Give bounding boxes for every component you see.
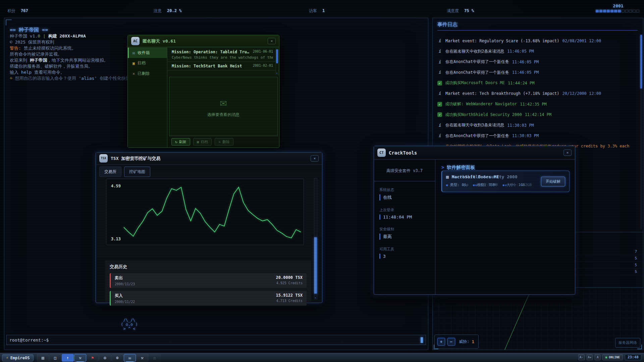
trade-amount: 15.9122 TSX: [276, 293, 303, 298]
price-chart: 4.59 3.13: [106, 179, 304, 245]
progress-square: [614, 10, 617, 12]
cracktools-stat: 系统状态 在线: [374, 187, 435, 200]
chat-toolbar-button[interactable]: ↻ 刷新: [171, 138, 190, 145]
chat-folder-item[interactable]: ✉ 收件箱: [128, 48, 167, 58]
empireos-start-button[interactable]: ⚡ EmpireOS: [2, 354, 34, 361]
tsx-window-title: TSX 加密货币挖矿与交易: [111, 156, 160, 162]
progress-square: [622, 10, 625, 12]
stat-label: 系统状态: [379, 187, 435, 192]
trade-date: 2000/11/23: [115, 282, 303, 286]
stat-label: 可用工具: [379, 247, 435, 252]
chat-toolbar-button[interactable]: × 删除: [215, 138, 233, 145]
online-dot-icon: [605, 357, 607, 358]
zoom-out-button[interactable]: −: [447, 338, 455, 346]
hud-stat-visitors: 访客1: [309, 8, 325, 14]
chat-toolbar-button[interactable]: ▣ 归档: [193, 138, 212, 145]
side-stat-value: 5: [635, 256, 637, 260]
scrollbar-thumb[interactable]: [314, 237, 317, 294]
stat-value: 最高: [379, 234, 435, 240]
stat-value: 3: [379, 254, 435, 259]
crack-target-card: ▥ Macrosoft Doors ME ●类型: OS ●难度: 简单 ●大小…: [441, 171, 570, 192]
taskbar-app-button[interactable]: ⚒: [136, 354, 148, 362]
tsx-tab[interactable]: 挖矿地图: [124, 167, 150, 177]
side-stat-value: 5: [635, 263, 637, 267]
app-glyph: ⚙: [104, 355, 106, 360]
close-icon[interactable]: ×: [564, 149, 572, 156]
close-icon[interactable]: ×: [311, 155, 319, 162]
cat-ascii-art: /\_/\ ( o.o ) > ^ <: [118, 318, 138, 331]
select-message-hint: 选择要查看的消息: [207, 112, 239, 118]
trade-history-row[interactable]: 卖出 2000/11/23 20.0000 TSX 4.925 Credits: [110, 273, 307, 288]
anon-chat-window: AC 匿名聊天 v0.61 × ✉ 收件箱 ▣ 归档 × 已删除: [127, 35, 279, 148]
scrollbar-thumb[interactable]: [640, 35, 642, 88]
chat-folder-item[interactable]: × 已删除: [128, 68, 167, 79]
toolbar-button-icon: ▣: [197, 140, 199, 144]
tsx-tab[interactable]: 交易所: [99, 167, 121, 177]
progress-square: [629, 10, 632, 12]
taskbar-app-button[interactable]: ▤: [37, 354, 49, 362]
cracktools-titlebar[interactable]: CT CrackTools ×: [374, 146, 575, 160]
event-time: 11:42:35 PM: [520, 102, 546, 107]
mission-mail-row[interactable]: Mission: TechStart Bank Heist 2001-02-01: [168, 62, 279, 70]
close-icon[interactable]: ×: [268, 38, 276, 44]
tsx-scrollbar[interactable]: ▾: [314, 178, 317, 299]
event-icon: i: [437, 133, 442, 138]
folder-icon: ▣: [132, 61, 135, 66]
folder-icon: ×: [132, 71, 135, 76]
event-log-entry: i Market event: Tech Breakthrough (+7.18…: [437, 88, 636, 99]
taskbar-app-button[interactable]: ⊕: [111, 354, 123, 362]
taskbar-app-button[interactable]: ◫: [49, 354, 61, 362]
crack-panel-title: >软件解密面板: [441, 165, 575, 171]
event-text: Market event: Regulatory Scare (-13.68% …: [445, 39, 559, 43]
font-smaller-button[interactable]: A-: [578, 354, 585, 360]
scroll-down-icon[interactable]: ▾: [276, 72, 278, 75]
start-crack-button[interactable]: 开始破解: [541, 177, 565, 186]
event-log-entry: i 你在AnonChat中获得了一个新任务 11:46:05 PM: [437, 67, 636, 78]
event-log-scrollbar[interactable]: [640, 35, 642, 229]
hud-stat-attention: 注意20.2 %: [154, 8, 181, 14]
taskbar-app-button[interactable]: ⚖: [149, 354, 161, 362]
hud-stat-satisfaction: 满意度75 %: [447, 8, 474, 14]
taskbar-app-button[interactable]: ↑: [62, 354, 74, 362]
progress-square: [596, 10, 599, 12]
progress-square: [610, 10, 613, 12]
event-log-entry: ✔ 成功购买NorthShield Security 2000 11:42:14…: [437, 110, 636, 120]
taskbar-app-button[interactable]: ⚑: [87, 354, 99, 362]
taskbar-app-button[interactable]: ⚙: [99, 354, 111, 362]
trade-type: 买入: [115, 293, 303, 299]
mail-list-scrollbar[interactable]: ▾: [276, 49, 278, 75]
message-view-empty: ✉ 选择要查看的消息: [169, 77, 278, 136]
event-time: 11:30:03 PM: [512, 133, 539, 138]
tsx-titlebar[interactable]: TSX TSX 加密货币挖矿与交易 ×: [96, 153, 322, 165]
progress-square: [607, 10, 610, 12]
event-text: 你在AnonChat中获得了一个新任务: [445, 133, 509, 139]
server-network-button[interactable]: 服务器网络: [615, 338, 640, 348]
event-text: 你在匿名聊天中收到2条未读消息: [445, 49, 504, 54]
event-icon: ✔: [437, 81, 442, 85]
event-time: 11:46:05 PM: [512, 70, 539, 75]
chat-folder-item[interactable]: ▣ 归档: [128, 58, 167, 68]
chat-titlebar[interactable]: AC 匿名聊天 v0.61 ×: [128, 35, 279, 47]
progress-square: [633, 10, 636, 12]
taskbar-app-button[interactable]: ⚒: [74, 354, 86, 362]
font-reset-button[interactable]: A: [595, 354, 600, 360]
progress-square: [625, 10, 628, 12]
scrollbar-thumb[interactable]: [276, 49, 278, 63]
scroll-down-icon[interactable]: ▾: [315, 297, 316, 299]
zoom-in-button[interactable]: +: [437, 338, 445, 346]
event-icon: ✔: [437, 112, 442, 117]
taskbar-app-button[interactable]: ✉: [124, 354, 136, 362]
spec-size: ●大小: 1GB: [503, 182, 525, 187]
mail-title: Mission: Operation: Tabloid Tru…: [172, 50, 249, 54]
tsx-crypto-window: TSX TSX 加密货币挖矿与交易 × 交易所 挖矿地图 4.59 3.13 ▾…: [96, 152, 322, 303]
event-icon: i: [437, 49, 442, 54]
app-glyph: ⚒: [79, 355, 82, 360]
trade-history-row[interactable]: 买入 2000/11/22 15.9122 TSX 4.713 Credits: [110, 291, 307, 306]
font-larger-button[interactable]: A+: [587, 354, 593, 360]
event-log-title: 事件日志: [437, 21, 638, 31]
app-glyph: ▤: [42, 355, 44, 360]
mission-mail-row[interactable]: Mission: Operation: Tabloid Tru… 2001-06…: [168, 48, 279, 62]
trade-history-title: 交易历史: [110, 264, 307, 270]
command-input[interactable]: [9, 338, 421, 343]
event-text: 你在AnonChat中获得了一个新任务: [445, 59, 509, 65]
